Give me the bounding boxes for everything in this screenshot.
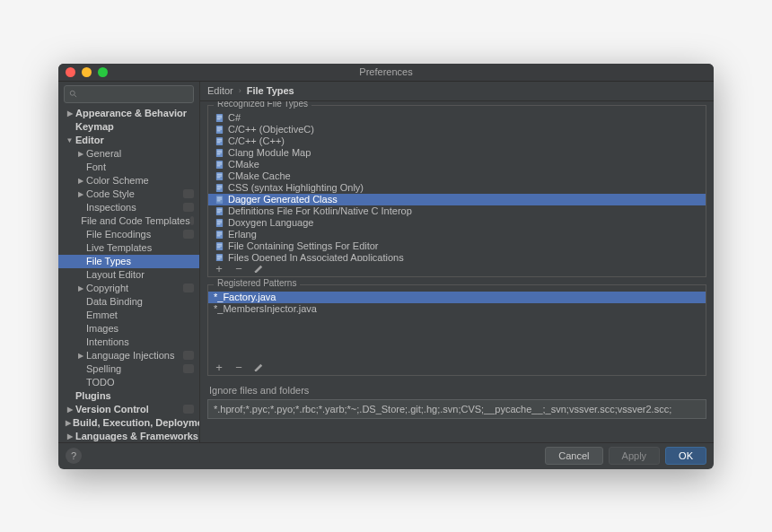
filetype-icon (214, 230, 224, 240)
sidebar-item[interactable]: Data Binding (58, 295, 199, 309)
ok-button[interactable]: OK (665, 447, 706, 465)
list-item-label: File Containing Settings For Editor (228, 240, 379, 251)
list-item[interactable]: Definitions File For Kotlin/Native C Int… (208, 205, 706, 217)
sidebar-item[interactable]: Keymap (58, 120, 199, 134)
sidebar-item-label: Editor (75, 135, 104, 145)
list-item[interactable]: *_Factory.java (208, 292, 706, 303)
list-item[interactable]: Clang Module Map (208, 147, 706, 159)
list-item-label: Files Opened In Associated Applications (228, 252, 404, 261)
sidebar-item[interactable]: File Types (58, 255, 199, 268)
sidebar-item[interactable]: ▶General (58, 147, 199, 161)
list-item[interactable]: CSS (syntax Highlighting Only) (208, 182, 706, 194)
sidebar-item-label: File and Code Templates (81, 215, 189, 226)
sidebar: ▶Appearance & BehaviorKeymap▼Editor▶Gene… (58, 82, 200, 442)
list-item[interactable]: Files Opened In Associated Applications (208, 252, 706, 261)
svg-rect-35 (216, 208, 222, 209)
settings-tree[interactable]: ▶Appearance & BehaviorKeymap▼Editor▶Gene… (58, 107, 199, 442)
svg-rect-24 (216, 175, 222, 176)
search-input[interactable] (64, 85, 194, 103)
sidebar-item[interactable]: ▶Languages & Frameworks (58, 430, 199, 442)
add-button[interactable]: + (214, 362, 224, 373)
minimize-icon[interactable] (82, 67, 92, 77)
sidebar-item-label: Copyright (86, 283, 128, 293)
sidebar-item[interactable]: ▶Code Style (58, 188, 199, 201)
scope-badge-icon (183, 364, 194, 373)
svg-rect-45 (216, 235, 220, 236)
sidebar-item[interactable]: Font (58, 161, 199, 174)
sidebar-item[interactable]: ▶Version Control (58, 403, 199, 416)
list-item[interactable]: C# (208, 112, 706, 124)
breadcrumb-root[interactable]: Editor (207, 85, 233, 96)
chevron-right-icon: ▶ (76, 177, 84, 185)
svg-rect-17 (216, 153, 220, 154)
filetype-icon (214, 125, 224, 135)
svg-rect-27 (216, 185, 222, 186)
list-item[interactable]: C/C++ (ObjectiveC) (208, 124, 706, 135)
sidebar-item[interactable]: File Encodings (58, 228, 199, 241)
sidebar-item[interactable]: TODO (58, 376, 199, 389)
list-item[interactable]: Erlang (208, 229, 706, 240)
filetype-icon (214, 241, 224, 251)
group-label: Registered Patterns (214, 278, 300, 288)
recognized-file-types-group: Recognized File Types C#C/C++ (Objective… (207, 105, 706, 277)
svg-rect-3 (216, 115, 222, 116)
list-item[interactable]: C/C++ (C++) (208, 135, 706, 147)
remove-button[interactable]: − (233, 264, 244, 275)
sidebar-item[interactable]: ▶Appearance & Behavior (58, 107, 199, 120)
sidebar-item[interactable]: ▼Editor (58, 134, 199, 147)
list-item-label: CMake Cache (228, 170, 291, 181)
sidebar-item[interactable]: ▶Build, Execution, Deployment (58, 416, 199, 430)
sidebar-item[interactable]: Emmet (58, 309, 199, 322)
sidebar-item[interactable]: ▶Color Scheme (58, 174, 199, 188)
sidebar-item-label: Language Injections (86, 350, 174, 361)
footer: ? Cancel Apply OK (58, 442, 714, 469)
sidebar-item[interactable]: Intentions (58, 336, 199, 349)
svg-rect-43 (216, 231, 222, 232)
list-item[interactable]: Doxygen Language (208, 217, 706, 229)
sidebar-item-label: Emmet (86, 310, 118, 320)
recognized-file-types-list[interactable]: C#C/C++ (ObjectiveC)C/C++ (C++)Clang Mod… (208, 112, 706, 261)
remove-button[interactable]: − (233, 362, 244, 373)
sidebar-item[interactable]: Plugins (58, 389, 199, 403)
sidebar-item[interactable]: ▶Copyright (58, 282, 199, 295)
sidebar-item[interactable]: Live Templates (58, 241, 199, 255)
list-item-label: CMake (228, 159, 259, 170)
sidebar-item-label: General (86, 148, 121, 159)
sidebar-item[interactable]: Inspections (58, 201, 199, 214)
list-item[interactable]: CMake (208, 159, 706, 170)
svg-rect-28 (216, 187, 222, 188)
panels: Recognized File Types C#C/C++ (Objective… (200, 101, 714, 442)
apply-button[interactable]: Apply (609, 447, 661, 465)
list-item[interactable]: Dagger Generated Class (208, 194, 706, 205)
svg-rect-23 (216, 173, 222, 174)
sidebar-item-label: File Encodings (86, 229, 151, 240)
edit-button[interactable] (253, 264, 264, 275)
sidebar-item[interactable]: Spelling (58, 362, 199, 376)
svg-rect-5 (216, 118, 220, 119)
zoom-icon[interactable] (98, 67, 108, 77)
ignore-input[interactable] (207, 399, 706, 419)
content: ▶Appearance & BehaviorKeymap▼Editor▶Gene… (58, 82, 714, 442)
svg-rect-44 (216, 233, 222, 234)
sidebar-item[interactable]: Images (58, 322, 199, 336)
chevron-right-icon: › (239, 86, 241, 95)
cancel-button[interactable]: Cancel (545, 447, 602, 465)
sidebar-item[interactable]: File and Code Templates (58, 214, 199, 228)
edit-button[interactable] (253, 362, 264, 373)
help-button[interactable]: ? (66, 448, 82, 464)
list-item[interactable]: CMake Cache (208, 170, 706, 182)
registered-patterns-list[interactable]: *_Factory.java*_MembersInjector.java (208, 292, 706, 360)
list-item-label: Definitions File For Kotlin/Native C Int… (228, 205, 412, 216)
sidebar-item[interactable]: Layout Editor (58, 268, 199, 282)
main-panel: Editor › File Types Recognized File Type… (200, 82, 714, 442)
close-icon[interactable] (66, 67, 75, 77)
svg-rect-32 (216, 198, 222, 199)
sidebar-item-label: File Types (86, 256, 131, 266)
sidebar-item[interactable]: ▶Language Injections (58, 349, 199, 362)
list-item[interactable]: *_MembersInjector.java (208, 303, 706, 315)
list-item[interactable]: File Containing Settings For Editor (208, 240, 706, 252)
sidebar-item-label: Keymap (75, 121, 114, 132)
sidebar-item-label: Inspections (86, 202, 136, 213)
window-controls (66, 67, 108, 77)
add-button[interactable]: + (214, 264, 224, 275)
